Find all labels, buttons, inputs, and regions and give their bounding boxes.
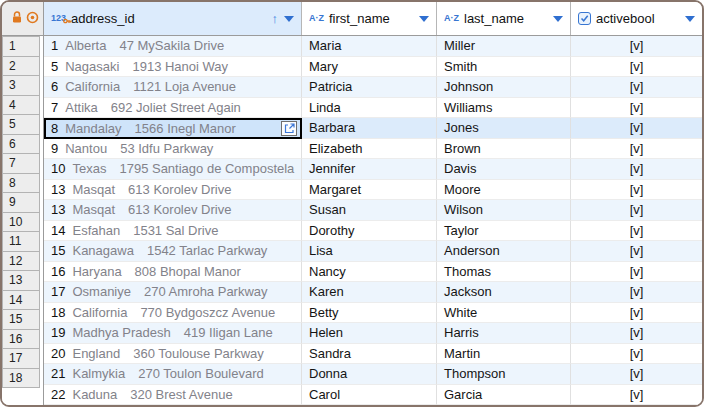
table-row[interactable]: 22 Kaduna 320 Brest Avenue Carol Garcia … xyxy=(44,385,702,406)
table-row[interactable]: 6 California 1121 Loja Avenue Patricia J… xyxy=(44,77,702,98)
table-row[interactable]: 21 Kalmykia 270 Toulon Boulevard Donna T… xyxy=(44,364,702,385)
cell-first-name[interactable]: Maria xyxy=(302,36,437,57)
cell-last-name[interactable]: Davis xyxy=(437,159,571,180)
cell-address-id[interactable]: 22 Kaduna 320 Brest Avenue xyxy=(44,385,302,406)
table-row[interactable]: 10 Texas 1795 Santiago de Compostela Jen… xyxy=(44,159,702,180)
cell-last-name[interactable]: Martin xyxy=(437,344,571,365)
table-row[interactable]: 13 Masqat 613 Korolev Drive Susan Wilson… xyxy=(44,200,702,221)
row-number[interactable]: 13 xyxy=(2,270,40,291)
table-row[interactable]: 17 Osmaniye 270 Amroha Parkway Karen Jac… xyxy=(44,282,702,303)
cell-first-name[interactable]: Margaret xyxy=(302,180,437,201)
row-number[interactable]: 5 xyxy=(2,114,40,135)
cell-address-id[interactable]: 6 California 1121 Loja Avenue xyxy=(44,77,302,98)
table-row[interactable]: 5 Nagasaki 1913 Hanoi Way Mary Smith [v] xyxy=(44,57,702,78)
row-number[interactable]: 3 xyxy=(2,75,40,96)
column-menu-icon[interactable] xyxy=(419,16,429,22)
cell-activebool[interactable]: [v] xyxy=(571,98,702,119)
cell-last-name[interactable]: Garcia xyxy=(437,385,571,406)
cell-first-name[interactable]: Lisa xyxy=(302,241,437,262)
row-number[interactable]: 9 xyxy=(2,192,40,213)
cell-last-name[interactable]: Thomas xyxy=(437,262,571,283)
cell-activebool[interactable]: [v] xyxy=(571,323,702,344)
cell-first-name[interactable]: Patricia xyxy=(302,77,437,98)
cell-last-name[interactable]: Williams xyxy=(437,98,571,119)
cell-last-name[interactable]: Miller xyxy=(437,36,571,57)
cell-activebool[interactable]: [v] xyxy=(571,364,702,385)
table-row[interactable]: 1 Alberta 47 MySakila Drive Maria Miller… xyxy=(44,36,702,57)
row-number[interactable]: 7 xyxy=(2,153,40,174)
column-header-last-name[interactable]: A·Z last_name xyxy=(437,2,571,35)
column-header-activebool[interactable]: activebool xyxy=(571,2,702,35)
cell-activebool[interactable]: [v] xyxy=(571,282,702,303)
cell-activebool[interactable]: [v] xyxy=(571,159,702,180)
cell-address-id[interactable]: 19 Madhya Pradesh 419 Iligan Lane xyxy=(44,323,302,344)
cell-address-id[interactable]: 21 Kalmykia 270 Toulon Boulevard xyxy=(44,364,302,385)
row-number[interactable]: 4 xyxy=(2,95,40,116)
cell-first-name[interactable]: Barbara xyxy=(302,118,437,139)
column-header-first-name[interactable]: A·Z first_name xyxy=(302,2,437,35)
cell-address-id[interactable]: 18 California 770 Bydgoszcz Avenue xyxy=(44,303,302,324)
cell-first-name[interactable]: Dorothy xyxy=(302,221,437,242)
row-number[interactable]: 11 xyxy=(2,231,40,252)
row-number[interactable]: 17 xyxy=(2,348,40,369)
cell-first-name[interactable]: Sandra xyxy=(302,344,437,365)
row-number[interactable]: 2 xyxy=(2,56,40,77)
cell-first-name[interactable]: Elizabeth xyxy=(302,139,437,160)
cell-first-name[interactable]: Mary xyxy=(302,57,437,78)
cell-last-name[interactable]: Jackson xyxy=(437,282,571,303)
cell-activebool[interactable]: [v] xyxy=(571,262,702,283)
cell-first-name[interactable]: Linda xyxy=(302,98,437,119)
column-header-address-id[interactable]: 123 address_id ↑ xyxy=(44,2,302,35)
cell-last-name[interactable]: Brown xyxy=(437,139,571,160)
row-number[interactable]: 14 xyxy=(2,290,40,311)
cell-address-id[interactable]: 10 Texas 1795 Santiago de Compostela xyxy=(44,159,302,180)
cell-activebool[interactable]: [v] xyxy=(571,241,702,262)
table-row[interactable]: 8 Mandalay 1566 Inegl Manor Barbara Jone… xyxy=(44,118,702,139)
cell-activebool[interactable]: [v] xyxy=(571,118,702,139)
row-number[interactable]: 16 xyxy=(2,329,40,350)
cell-activebool[interactable]: [v] xyxy=(571,344,702,365)
cell-last-name[interactable]: Harris xyxy=(437,323,571,344)
cell-last-name[interactable]: Moore xyxy=(437,180,571,201)
cell-last-name[interactable]: Anderson xyxy=(437,241,571,262)
table-row[interactable]: 18 California 770 Bydgoszcz Avenue Betty… xyxy=(44,303,702,324)
cell-last-name[interactable]: Johnson xyxy=(437,77,571,98)
row-number[interactable]: 8 xyxy=(2,173,40,194)
cell-address-id[interactable]: 13 Masqat 613 Korolev Drive xyxy=(44,200,302,221)
row-number[interactable]: 12 xyxy=(2,251,40,272)
row-number[interactable]: 1 xyxy=(2,36,40,57)
table-row[interactable]: 15 Kanagawa 1542 Tarlac Parkway Lisa And… xyxy=(44,241,702,262)
cell-last-name[interactable]: Taylor xyxy=(437,221,571,242)
cell-first-name[interactable]: Nancy xyxy=(302,262,437,283)
cell-last-name[interactable]: Wilson xyxy=(437,200,571,221)
cell-first-name[interactable]: Betty xyxy=(302,303,437,324)
cell-activebool[interactable]: [v] xyxy=(571,385,702,406)
cell-first-name[interactable]: Jennifer xyxy=(302,159,437,180)
row-number[interactable]: 6 xyxy=(2,134,40,155)
cell-first-name[interactable]: Carol xyxy=(302,385,437,406)
cell-address-id[interactable]: 5 Nagasaki 1913 Hanoi Way xyxy=(44,57,302,78)
table-row[interactable]: 20 England 360 Toulouse Parkway Sandra M… xyxy=(44,344,702,365)
cell-activebool[interactable]: [v] xyxy=(571,139,702,160)
cell-activebool[interactable]: [v] xyxy=(571,77,702,98)
cell-activebool[interactable]: [v] xyxy=(571,200,702,221)
table-row[interactable]: 14 Esfahan 1531 Sal Drive Dorothy Taylor… xyxy=(44,221,702,242)
table-row[interactable]: 13 Masqat 613 Korolev Drive Margaret Moo… xyxy=(44,180,702,201)
cell-last-name[interactable]: Thompson xyxy=(437,364,571,385)
cell-first-name[interactable]: Donna xyxy=(302,364,437,385)
row-number[interactable]: 15 xyxy=(2,309,40,330)
cell-last-name[interactable]: White xyxy=(437,303,571,324)
table-row[interactable]: 16 Haryana 808 Bhopal Manor Nancy Thomas… xyxy=(44,262,702,283)
cell-address-id[interactable]: 14 Esfahan 1531 Sal Drive xyxy=(44,221,302,242)
cell-first-name[interactable]: Helen xyxy=(302,323,437,344)
cell-last-name[interactable]: Jones xyxy=(437,118,571,139)
column-menu-icon[interactable] xyxy=(685,16,695,22)
cell-address-id[interactable]: 9 Nantou 53 Idfu Parkway xyxy=(44,139,302,160)
table-row[interactable]: 7 Attika 692 Joliet Street Again Linda W… xyxy=(44,98,702,119)
cell-last-name[interactable]: Smith xyxy=(437,57,571,78)
row-number[interactable]: 10 xyxy=(2,212,40,233)
cell-activebool[interactable]: [v] xyxy=(571,180,702,201)
cell-first-name[interactable]: Karen xyxy=(302,282,437,303)
cell-address-id[interactable]: 15 Kanagawa 1542 Tarlac Parkway xyxy=(44,241,302,262)
cell-first-name[interactable]: Susan xyxy=(302,200,437,221)
